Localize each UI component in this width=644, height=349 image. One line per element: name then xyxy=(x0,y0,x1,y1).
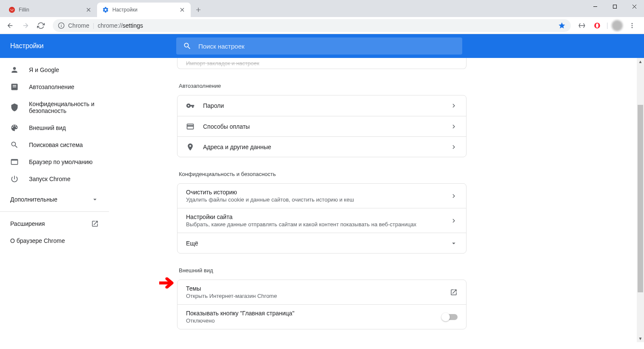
sidebar-item-label: Конфиденциальность и безопасность xyxy=(29,101,99,114)
settings-main: Импорт закладок и настроек Автозаполнени… xyxy=(109,58,644,349)
row-payment-methods[interactable]: Способы оплаты xyxy=(177,116,466,136)
chevron-right-icon xyxy=(450,143,458,151)
search-icon xyxy=(183,42,192,50)
svg-point-8 xyxy=(632,23,633,24)
sidebar-item-label: Запуск Chrome xyxy=(29,176,70,182)
search-icon xyxy=(10,141,19,149)
svg-point-1 xyxy=(11,9,11,10)
omnibox-url: chrome://settings xyxy=(97,22,143,29)
scroll-up-icon[interactable]: ▲ xyxy=(637,58,644,65)
person-icon xyxy=(10,66,19,74)
annotation-arrow-icon xyxy=(159,277,176,288)
external-link-icon xyxy=(91,220,99,228)
sidebar-item-appearance[interactable]: Внешний вид xyxy=(0,119,109,136)
row-site-settings[interactable]: Настройки сайта Выбрать, какие данные от… xyxy=(177,208,466,233)
svg-point-10 xyxy=(632,27,633,28)
chevron-right-icon xyxy=(450,192,458,200)
new-tab-button[interactable] xyxy=(192,4,204,16)
sidebar-item-search[interactable]: Поисковая система xyxy=(0,136,109,153)
svg-point-0 xyxy=(9,7,15,13)
scroll-down-icon[interactable]: ▼ xyxy=(637,335,644,342)
menu-button[interactable] xyxy=(626,20,638,32)
svg-point-5 xyxy=(61,24,61,24)
autofill-icon xyxy=(10,83,19,91)
extension-opera-icon[interactable] xyxy=(591,20,603,32)
row-more[interactable]: Ещё xyxy=(177,233,466,253)
shield-icon xyxy=(10,103,19,112)
sidebar-advanced[interactable]: Дополнительные xyxy=(0,191,109,208)
site-info-icon[interactable] xyxy=(58,22,65,29)
svg-point-2 xyxy=(13,9,14,10)
row-clear-browsing-data[interactable]: Очистить историю Удалить файлы cookie и … xyxy=(177,184,466,208)
sidebar-item-label: Автозаполнение xyxy=(29,84,74,90)
sidebar-item-autofill[interactable]: Автозаполнение xyxy=(0,78,109,95)
chevron-down-icon xyxy=(91,196,99,203)
sidebar-item-default-browser[interactable]: Браузер по умолчанию xyxy=(0,153,109,170)
section-title-appearance: Внешний вид xyxy=(179,267,467,274)
chevron-right-icon xyxy=(450,102,458,110)
tab-title: Настройки xyxy=(112,7,175,13)
minimize-button[interactable] xyxy=(585,0,605,13)
row-themes[interactable]: Темы Открыть Интернет-магазин Chrome xyxy=(177,280,466,304)
settings-favicon-icon xyxy=(102,6,109,13)
sidebar-extensions[interactable]: Расширения xyxy=(0,215,109,232)
card-autofill: Пароли Способы оплаты Адреса и другие да… xyxy=(177,95,467,157)
close-icon[interactable] xyxy=(85,6,92,13)
fillin-favicon-icon xyxy=(9,6,15,13)
browser-icon xyxy=(10,158,19,166)
close-icon[interactable] xyxy=(179,6,186,13)
section-title-autofill: Автозаполнение xyxy=(179,83,467,89)
browser-titlebar: Fillin Настройки xyxy=(0,0,644,17)
location-icon xyxy=(186,143,195,151)
tab-title: Fillin xyxy=(19,7,82,13)
sidebar-item-label: Внешний вид xyxy=(29,124,66,131)
sidebar-item-people[interactable]: Я и Google xyxy=(0,61,109,78)
forward-button[interactable] xyxy=(19,19,32,32)
chevron-down-icon xyxy=(450,239,458,247)
maximize-button[interactable] xyxy=(605,0,624,13)
close-window-button[interactable] xyxy=(624,0,644,13)
row-home-button[interactable]: Показывать кнопку "Главная страница" Отк… xyxy=(177,304,466,329)
row-import-bookmarks-cut[interactable]: Импорт закладок и настроек xyxy=(177,58,467,69)
svg-point-9 xyxy=(632,25,633,26)
palette-icon xyxy=(10,124,19,132)
sidebar-item-startup[interactable]: Запуск Chrome xyxy=(0,170,109,187)
row-passwords[interactable]: Пароли xyxy=(177,95,466,116)
sidebar-about[interactable]: О браузере Chrome xyxy=(0,232,109,249)
separator xyxy=(0,211,109,212)
power-icon xyxy=(10,175,19,183)
card-appearance: Темы Открыть Интернет-магазин Chrome Пок… xyxy=(177,280,467,329)
tab-settings[interactable]: Настройки xyxy=(97,3,191,17)
extension-recycle-icon[interactable] xyxy=(576,20,588,32)
settings-sidebar: Я и Google Автозаполнение Конфиденциальн… xyxy=(0,58,109,349)
credit-card-icon xyxy=(186,122,195,131)
tab-strip: Fillin Настройки xyxy=(0,0,204,17)
toggle-home-button[interactable] xyxy=(442,314,458,320)
window-controls xyxy=(585,0,644,13)
row-addresses[interactable]: Адреса и другие данные xyxy=(177,136,466,157)
tab-fillin[interactable]: Fillin xyxy=(3,3,97,17)
settings-search[interactable] xyxy=(176,37,462,55)
chevron-right-icon xyxy=(450,123,458,130)
bookmark-star-icon[interactable] xyxy=(558,22,566,29)
svg-rect-3 xyxy=(613,5,616,8)
svg-point-7 xyxy=(596,23,598,28)
card-privacy: Очистить историю Удалить файлы cookie и … xyxy=(177,183,467,254)
omnibox[interactable]: Chrome | chrome://settings xyxy=(53,19,571,32)
sidebar-item-label: Я и Google xyxy=(29,66,59,73)
reload-button[interactable] xyxy=(34,19,48,32)
scrollbar-track[interactable]: ▲ ▼ xyxy=(637,58,644,342)
search-input[interactable] xyxy=(198,43,455,50)
key-icon xyxy=(186,101,195,110)
settings-header: Настройки xyxy=(0,34,644,58)
page-title: Настройки xyxy=(10,42,176,50)
sidebar-item-label: Поисковая система xyxy=(29,141,83,148)
profile-avatar[interactable] xyxy=(612,20,623,31)
sidebar-item-privacy[interactable]: Конфиденциальность и безопасность xyxy=(0,95,109,119)
omnibox-host: Chrome xyxy=(68,22,89,29)
sidebar-item-label: Браузер по умолчанию xyxy=(29,159,93,165)
scrollbar-thumb[interactable] xyxy=(638,105,643,292)
external-link-icon xyxy=(450,288,458,296)
chevron-right-icon xyxy=(450,217,458,225)
back-button[interactable] xyxy=(3,19,17,32)
